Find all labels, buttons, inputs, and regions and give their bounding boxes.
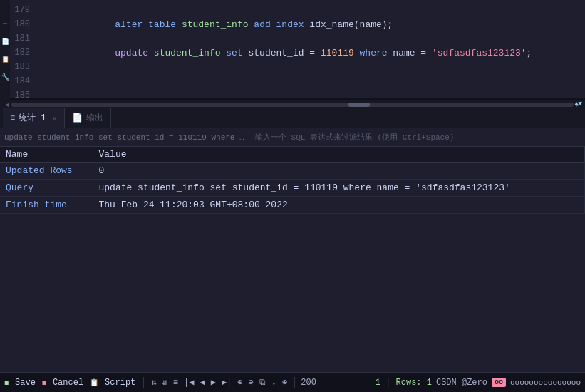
scrollbar-thumb[interactable] (348, 103, 370, 107)
tab-stats-close[interactable]: ✕ (53, 114, 57, 123)
cancel-icon: ◼ (42, 378, 46, 387)
icon-export[interactable]: ↓ (270, 378, 278, 388)
tab-stats-label: 统计 1 (19, 112, 46, 124)
col-name-header: Name (0, 147, 93, 163)
save-icon: ◼ (4, 378, 9, 387)
row-query-name: Query (0, 180, 93, 197)
col-value-header: Value (93, 147, 585, 163)
results-table: Name Value Updated Rows 0 Query update s… (0, 147, 585, 214)
icon-first[interactable]: |◀ (182, 377, 195, 388)
filter-bar: update student_info set student_id = 110… (0, 128, 585, 147)
tab-bar: ≡ 统计 1 ✕ 📄 输出 (0, 108, 585, 128)
script-button[interactable]: Script (103, 377, 138, 388)
rows-info: 1 | Rows: 1 (376, 378, 432, 388)
row-finish-time-value: Thu Feb 24 11:20:03 GMT+08:00 2022 (93, 197, 585, 214)
icon-sort-asc[interactable]: ⇅ (150, 377, 157, 388)
output-icon: 📄 (72, 113, 83, 123)
save-button[interactable]: Save (13, 377, 38, 388)
status-sep-2 (294, 377, 295, 388)
code-line-182: 182 update student_info set student_id =… (10, 46, 585, 60)
row-updated-rows-name: Updated Rows (0, 163, 93, 180)
stats-icon: ≡ (10, 113, 15, 123)
csdn-badge: oo (492, 378, 506, 387)
table-header-row: Name Value (0, 147, 585, 163)
table-header: Name Value (0, 147, 585, 163)
cancel-button[interactable]: Cancel (51, 377, 86, 388)
gutter-icon-4[interactable]: 🔧 (1, 73, 9, 81)
table-row: Updated Rows 0 (0, 163, 585, 180)
icon-prev[interactable]: ◀ (198, 377, 206, 388)
tab-output[interactable]: 📄 输出 (65, 108, 111, 128)
icon-add-row[interactable]: ⊕ (236, 377, 244, 388)
tab-output-label: 输出 (86, 112, 103, 124)
status-right: 1 | Rows: 1 CSDN @Zero oo oooooooooooooo… (376, 378, 581, 388)
code-line-184: 184 (10, 74, 585, 88)
row-finish-time-name: Finish time (0, 197, 93, 214)
script-icon: 📋 (90, 378, 98, 387)
status-bar: ◼ Save ◼ Cancel 📋 Script ⇅ ⇵ ≡ |◀ ◀ ▶ ▶|… (0, 372, 585, 392)
icon-settings[interactable]: ⊕ (281, 377, 289, 388)
filter-left: update student_info set student_id = 110… (0, 128, 249, 146)
code-line-185: 185 (10, 88, 585, 100)
left-gutter: ⋯ 📄 📋 🔧 (0, 0, 10, 100)
status-sep-1 (143, 377, 144, 388)
scroll-indicator-arrows: ▲▼ (574, 100, 582, 108)
horizontal-scrollbar[interactable]: ◀ ▶ ▲▼ (0, 100, 585, 108)
code-lines: 179 180 alter table student_info add ind… (10, 0, 585, 100)
gutter-icon-2[interactable]: 📄 (1, 38, 9, 46)
filter-left-text: update student_info set student_id = 110… (4, 133, 244, 142)
icon-last[interactable]: ▶| (220, 377, 233, 388)
gutter-icon-1[interactable]: ⋯ (3, 20, 6, 28)
table-body: Updated Rows 0 Query update student_info… (0, 163, 585, 214)
icon-sort-desc[interactable]: ⇵ (161, 377, 169, 388)
zoom-label: 200 (301, 378, 316, 388)
csdn-user: CSDN @Zero (436, 378, 487, 388)
status-icons: ⇅ ⇵ ≡ |◀ ◀ ▶ ▶| ⊕ ⊖ ⧉ ↓ ⊕ (150, 377, 289, 388)
table-row: Query update student_info set student_id… (0, 180, 585, 197)
filter-right[interactable]: 输入一个 SQL 表达式来过滤结果 (使用 Ctrl+Space) (249, 128, 585, 146)
scroll-left-arrow[interactable]: ◀ (3, 100, 11, 109)
row-query-value: update student_info set student_id = 110… (93, 180, 585, 197)
gutter-icon-3[interactable]: 📋 (1, 56, 9, 63)
icon-next[interactable]: ▶ (209, 377, 217, 388)
results-area: Name Value Updated Rows 0 Query update s… (0, 147, 585, 372)
scrollbar-track[interactable] (11, 103, 574, 107)
code-editor: 179 180 alter table student_info add ind… (10, 0, 585, 100)
icon-delete-row[interactable]: ⊖ (247, 377, 255, 388)
code-line-183: 183 (10, 60, 585, 74)
csdn-suffix: ooooooooooooooo (510, 378, 581, 387)
tab-stats[interactable]: ≡ 统计 1 ✕ (3, 108, 65, 128)
icon-copy[interactable]: ⧉ (258, 378, 267, 388)
row-updated-rows-value: 0 (93, 163, 585, 180)
filter-right-placeholder: 输入一个 SQL 表达式来过滤结果 (使用 Ctrl+Space) (255, 132, 454, 143)
table-row: Finish time Thu Feb 24 11:20:03 GMT+08:0… (0, 197, 585, 214)
icon-equal[interactable]: ≡ (172, 378, 180, 388)
code-line-180: 180 alter table student_info add index i… (10, 17, 585, 31)
